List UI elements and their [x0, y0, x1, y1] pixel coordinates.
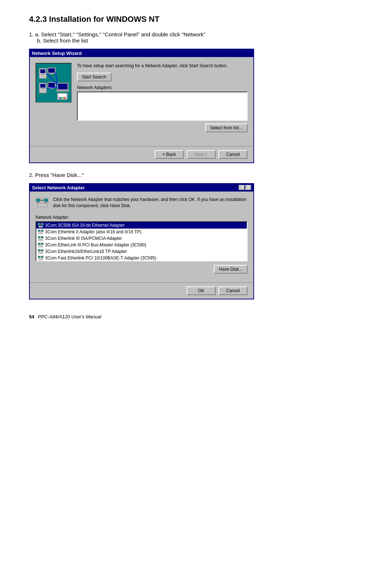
dialog2-body: Click the Network Adapter that matches y…	[30, 192, 253, 282]
list-item[interactable]: 3Com Etherlink16/EtherLink16 TP Adapter	[36, 248, 247, 255]
page-number: 54	[29, 314, 34, 319]
dialog2-titlebar-buttons: ? X	[239, 185, 251, 190]
dialog2-help-button[interactable]: ?	[239, 185, 245, 190]
page-footer: 54 PPC-A84/A120 User's Manual	[29, 314, 363, 319]
step1-line2: b. Select from the list	[37, 37, 363, 44]
svg-rect-8	[40, 84, 45, 88]
start-search-button[interactable]: Start Search	[77, 73, 111, 81]
dialog2-right-row: Have Disk...	[36, 265, 248, 274]
list-item[interactable]: 3Com Fast Etherlink PCI 10/100BASE-T Ada…	[36, 255, 247, 261]
dialog1-cancel-button[interactable]: Cancel	[219, 150, 248, 159]
step2-instruction: 2. Press "Have Disk..."	[29, 172, 363, 178]
select-from-list-row: Select from list...	[77, 124, 248, 132]
network-adapter-icon	[36, 197, 49, 210]
select-network-adapter-dialog: Select Network Adapter ? X	[29, 183, 254, 299]
svg-rect-11	[48, 83, 55, 87]
svg-rect-62	[38, 252, 43, 254]
dialog2-cancel-button[interactable]: Cancel	[219, 286, 248, 295]
dialog1-titlebar: Network Setup Wizard	[30, 49, 253, 57]
svg-rect-3	[41, 74, 45, 74]
svg-rect-48	[41, 237, 43, 238]
svg-rect-9	[41, 88, 45, 89]
svg-point-20	[60, 97, 61, 99]
svg-rect-2	[40, 69, 45, 73]
svg-rect-28	[44, 199, 48, 202]
dialog1-body: To have setup start searching for a Netw…	[30, 57, 253, 146]
step2-label: 2. Press "Have Disk..."	[29, 172, 84, 178]
dialog1-content-row: To have setup start searching for a Netw…	[36, 63, 248, 135]
step1-line1: 1. a. Select "Start," "Settings," "Contr…	[29, 31, 363, 37]
dialog1-description: To have setup start searching for a Netw…	[77, 63, 248, 69]
network-adapter-field-label: Network Adapter:	[36, 215, 248, 220]
dialog2-description: Click the Network Adapter that matches y…	[53, 197, 248, 209]
svg-rect-40	[38, 230, 40, 231]
svg-rect-15	[56, 90, 69, 92]
svg-rect-58	[38, 250, 40, 251]
svg-rect-29	[45, 202, 47, 203]
svg-rect-64	[38, 256, 40, 258]
dialog2-network-icon	[36, 197, 49, 210]
svg-rect-25	[36, 199, 40, 202]
svg-rect-42	[41, 230, 43, 231]
section-title: 4.2.3 Installation for WINDOWS NT	[29, 15, 363, 24]
network-devices-icon	[37, 65, 70, 101]
svg-rect-56	[38, 246, 43, 247]
network-adapters-label: Network Adapters:	[77, 85, 248, 90]
select-from-list-button[interactable]: Select from list...	[205, 124, 248, 132]
network-setup-wizard-dialog: Network Setup Wizard	[29, 49, 254, 163]
have-disk-button[interactable]: Have Disk...	[214, 265, 248, 274]
dialog1-back-button[interactable]: < Back	[155, 150, 184, 159]
svg-rect-68	[38, 259, 43, 260]
svg-rect-60	[41, 250, 43, 251]
svg-rect-6	[50, 73, 53, 74]
list-item[interactable]: 3Com 3C508 ISA 16-bit Ethernet Adapter	[36, 222, 247, 229]
svg-point-18	[64, 97, 65, 99]
svg-rect-54	[41, 243, 43, 245]
list-item[interactable]: 3Com Etherlink III ISA/PCMCIA Adapter	[36, 235, 247, 242]
list-item[interactable]: 3Com EtherLink III PCI Bus-Master Adapte…	[36, 242, 247, 248]
svg-rect-44	[38, 233, 43, 234]
svg-rect-50	[38, 239, 43, 241]
dialog2-top-row: Click the Network Adapter that matches y…	[36, 197, 248, 210]
step1-instruction: 1. a. Select "Start," "Settings," "Contr…	[29, 31, 363, 44]
dialog2-titlebar: Select Network Adapter ? X	[30, 184, 253, 192]
svg-point-19	[62, 97, 63, 99]
svg-rect-17	[58, 94, 66, 97]
dialog1-footer: < Back Next > Cancel	[30, 146, 253, 162]
svg-rect-52	[38, 243, 40, 245]
list-item[interactable]: 3Com Etherlink II Adapter (also II/16 an…	[36, 229, 247, 235]
dialog2-close-button[interactable]: X	[245, 185, 251, 190]
dialog1-title: Network Setup Wizard	[32, 51, 82, 56]
network-adapters-listbox[interactable]	[77, 92, 248, 121]
svg-rect-32	[38, 205, 46, 206]
svg-rect-26	[37, 202, 39, 203]
svg-rect-38	[38, 226, 43, 227]
dialog2-ok-button[interactable]: OK	[187, 286, 216, 295]
dialog1-icon-area	[36, 63, 72, 103]
svg-rect-46	[38, 237, 40, 238]
svg-rect-66	[41, 256, 43, 258]
manual-title: PPC-A84/A120 User's Manual	[38, 314, 101, 319]
svg-rect-34	[38, 223, 40, 225]
svg-rect-14	[58, 84, 68, 89]
svg-rect-5	[48, 68, 55, 73]
network-adapter-listbox[interactable]: 3Com 3C508 ISA 16-bit Ethernet Adapter 3…	[36, 221, 248, 261]
dialog1-right: To have setup start searching for a Netw…	[77, 63, 248, 135]
dialog1-next-button[interactable]: Next >	[187, 150, 216, 159]
dialog2-footer: OK Cancel	[30, 282, 253, 299]
dialog2-title: Select Network Adapter	[32, 185, 85, 190]
svg-rect-36	[41, 223, 43, 225]
